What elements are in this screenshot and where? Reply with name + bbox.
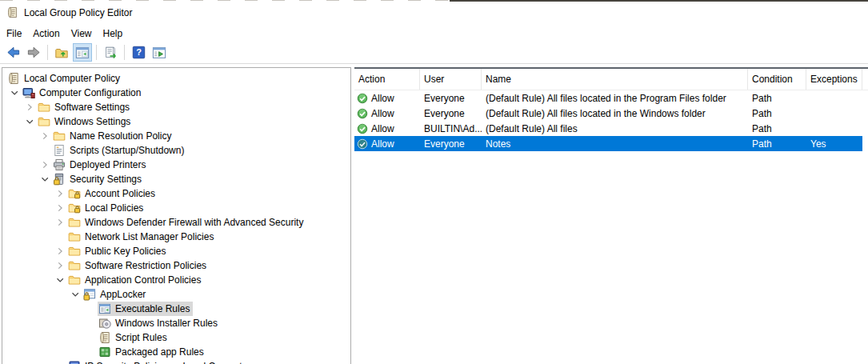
cell-user: BUILTIN\Ad... xyxy=(420,123,482,134)
tree-item-label: Script Rules xyxy=(114,332,168,343)
cell-condition: Path xyxy=(748,138,806,150)
tree-item-label: Public Key Policies xyxy=(84,246,166,257)
cell-name: Notes xyxy=(482,138,748,150)
tree-item-label: Name Resolution Policy xyxy=(69,130,172,142)
folder-up-icon xyxy=(54,46,69,60)
action-label: Allow xyxy=(371,93,394,104)
help-icon: ? xyxy=(132,46,146,59)
menu-help[interactable]: Help xyxy=(98,26,129,42)
tree-item-label: Executable Rules xyxy=(114,303,190,314)
gpo-scroll-icon xyxy=(7,72,20,85)
tree-item-local-policies[interactable]: Local Policies xyxy=(2,201,350,215)
expander-collapsed-icon[interactable] xyxy=(38,130,52,142)
rules-window-icon xyxy=(98,302,111,315)
cell-name: (Default Rule) All files xyxy=(482,123,748,134)
tree-item-windows-defender-firewall-with-advanced-security[interactable]: Windows Defender Firewall with Advanced … xyxy=(2,215,350,230)
tree-item-label: IP Security Policies on Local Computer xyxy=(84,361,251,364)
expander-collapsed-icon[interactable] xyxy=(38,158,52,171)
tree-item-windows-settings[interactable]: Windows Settings xyxy=(2,114,350,129)
cell-name: (Default Rule) All files located in the … xyxy=(482,108,748,119)
help-button[interactable]: ? xyxy=(129,43,148,62)
tree-item-label: Windows Settings xyxy=(54,116,131,127)
expander-placeholder xyxy=(83,302,98,315)
expander-collapsed-icon[interactable] xyxy=(22,101,37,114)
tree-item-applocker[interactable]: AppLocker xyxy=(2,287,350,302)
tree-item-application-control-policies[interactable]: Application Control Policies xyxy=(2,273,350,287)
cell-user: Everyone xyxy=(420,138,482,150)
tree-item-public-key-policies[interactable]: Public Key Policies xyxy=(2,244,350,258)
tree-item-label: Security Settings xyxy=(69,174,142,185)
tree-item-windows-installer-rules[interactable]: Windows Installer Rules xyxy=(2,316,350,330)
tree-item-scripts-startup-shutdown[interactable]: Scripts (Startup/Shutdown) xyxy=(2,143,350,158)
tree-item-ip-security-policies-on-local-computer[interactable]: IP Security Policies on Local Computer xyxy=(2,359,350,364)
expander-expanded-icon[interactable] xyxy=(22,115,37,128)
expander-expanded-icon[interactable] xyxy=(53,274,67,286)
installer-icon xyxy=(98,317,111,330)
up-one-level-button[interactable] xyxy=(52,43,71,62)
folder-lock-icon xyxy=(68,187,81,200)
scripts-icon xyxy=(53,144,66,157)
folder-icon xyxy=(38,101,50,114)
show-console-tree-button[interactable] xyxy=(73,43,92,62)
back-button[interactable] xyxy=(3,43,22,62)
menu-bar: FileActionViewHelp xyxy=(0,25,128,42)
folder-icon xyxy=(38,115,50,128)
expander-collapsed-icon[interactable] xyxy=(53,259,67,272)
tree-item-label: Software Settings xyxy=(54,102,130,113)
tree-item-label: Windows Defender Firewall with Advanced … xyxy=(84,217,304,228)
svg-text:?: ? xyxy=(136,47,142,57)
expander-placeholder xyxy=(38,144,52,157)
column-header-exceptions[interactable]: Exceptions xyxy=(806,69,862,90)
expander-collapsed-icon[interactable] xyxy=(53,202,67,214)
expander-expanded-icon[interactable] xyxy=(68,288,82,301)
cell-exceptions: Yes xyxy=(806,138,862,150)
show-window-button[interactable] xyxy=(150,43,169,62)
expander-collapsed-icon[interactable] xyxy=(53,216,67,229)
rule-row[interactable]: AllowEveryone(Default Rule) All files lo… xyxy=(354,106,862,121)
tree-item-deployed-printers[interactable]: Deployed Printers xyxy=(2,158,350,172)
tree-item-software-restriction-policies[interactable]: Software Restriction Policies xyxy=(2,258,350,273)
rule-row[interactable]: AllowBUILTIN\Ad...(Default Rule) All fil… xyxy=(354,121,862,136)
column-header-condition[interactable]: Condition xyxy=(748,69,806,90)
tree-item-label: Local Policies xyxy=(84,202,144,214)
expander-placeholder xyxy=(83,331,98,344)
allow-check-icon xyxy=(357,93,368,104)
menu-file[interactable]: File xyxy=(1,26,27,42)
console-tree-icon xyxy=(75,46,90,60)
menu-action[interactable]: Action xyxy=(27,26,65,42)
folder-icon xyxy=(68,245,81,258)
column-header-name[interactable]: Name xyxy=(482,69,748,90)
column-header-user[interactable]: User xyxy=(420,69,482,90)
export-list-button[interactable] xyxy=(101,43,120,62)
tree-item-account-policies[interactable]: Account Policies xyxy=(2,186,350,201)
expander-collapsed-icon[interactable] xyxy=(53,245,67,258)
expander-placeholder xyxy=(53,360,67,364)
toolbar-separator xyxy=(47,45,48,60)
cell-name: (Default Rule) All files located in the … xyxy=(482,93,748,104)
list-body: AllowEveryone(Default Rule) All files lo… xyxy=(354,90,868,151)
tree-item-executable-rules[interactable]: Executable Rules xyxy=(2,302,350,316)
folder-icon xyxy=(68,259,81,272)
tree-item-packaged-app-rules[interactable]: Packaged app Rules xyxy=(2,345,350,359)
tree-item-local-computer-policy[interactable]: Local Computer Policy xyxy=(2,71,350,86)
rule-row[interactable]: AllowEveryoneNotesPathYes xyxy=(354,136,862,151)
console-tree-panel: Local Computer PolicyComputer Configurat… xyxy=(2,67,351,364)
rule-row[interactable]: AllowEveryone(Default Rule) All files lo… xyxy=(354,90,862,106)
expander-expanded-icon[interactable] xyxy=(38,173,52,186)
tree-item-network-list-manager-policies[interactable]: Network List Manager Policies xyxy=(2,230,350,244)
tree-item-software-settings[interactable]: Software Settings xyxy=(2,100,350,114)
tree-item-security-settings[interactable]: Security Settings xyxy=(2,172,350,186)
tree-item-label: Computer Configuration xyxy=(38,87,142,98)
folder-lock-icon xyxy=(68,202,81,214)
expander-collapsed-icon[interactable] xyxy=(53,187,67,200)
expander-expanded-icon[interactable] xyxy=(7,86,22,99)
security-icon xyxy=(53,173,66,186)
tree-item-name-resolution-policy[interactable]: Name Resolution Policy xyxy=(2,129,350,143)
tree-item-script-rules[interactable]: Script Rules xyxy=(2,330,350,345)
tree-item-computer-configuration[interactable]: Computer Configuration xyxy=(2,86,350,100)
window-play-icon xyxy=(152,46,166,60)
forward-button[interactable] xyxy=(24,43,43,62)
menu-view[interactable]: View xyxy=(66,26,98,42)
column-header-action[interactable]: Action xyxy=(354,69,420,90)
tree-item-label: Software Restriction Policies xyxy=(84,260,207,271)
